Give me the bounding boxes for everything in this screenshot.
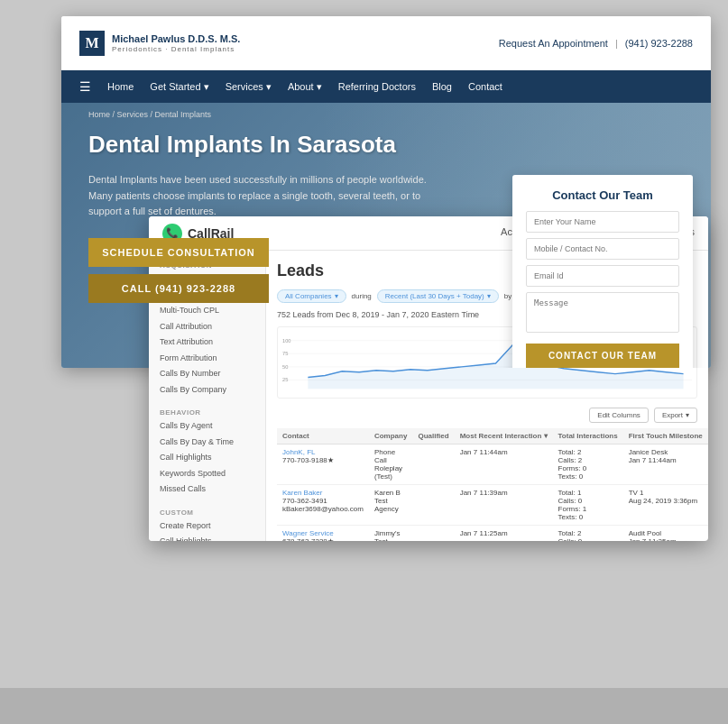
hero-title: Dental Implants In Sarasota [88,131,684,159]
logo-letter: M [79,31,105,56]
sidebar-item-create-report[interactable]: Create Report [149,518,265,535]
dental-contact-info: Request An Appointment | (941) 923-2288 [499,38,693,49]
sidebar-item-calls-by-number[interactable]: Calls By Number [149,366,265,382]
sidebar-custom-title: CUSTOM [149,505,265,518]
table-row[interactable]: JohnK, FL 770-703-9188★ Phone CallRolepl… [277,444,708,485]
svg-text:100: 100 [282,338,290,344]
phone-number[interactable]: (941) 923-2288 [625,38,693,49]
contact-form: Contact Our Team CONTACT OUR TEAM [512,175,693,368]
td-company-2: Karen B TestAgency [369,485,412,526]
td-company-1: Phone CallRoleplay (Test) [369,444,412,485]
sidebar-item-call-highlights[interactable]: Call Highlights [149,450,265,466]
sidebar-item-missed-calls[interactable]: Missed Calls [149,481,265,498]
sidebar-behavior-title: BEHAVIOR [149,405,265,418]
call-button[interactable]: CALL (941) 923-2288 [88,274,269,303]
contact-name-2[interactable]: Karen Baker [282,489,322,497]
contact-phone-1: 770-703-9188★ [282,456,334,464]
hero-description: Dental Implants have been used successfu… [88,172,431,220]
name-input[interactable] [526,211,679,233]
td-qualified-3 [412,526,454,542]
nav-get-started[interactable]: Get Started ▾ [150,81,208,93]
page-wrapper: M Michael Pawlus D.D.S. M.S. Periodontic… [0,0,728,724]
nav-referring-doctors[interactable]: Referring Doctors [338,81,416,92]
contact-phone-2: 770-362-3491 [282,497,327,505]
sidebar-item-text-attribution[interactable]: Text Attribution [149,335,265,351]
table-actions: Edit Columns Export ▾ [277,408,697,423]
td-contact-2: Karen Baker 770-362-3491 kBaker3698@yaho… [277,485,369,526]
sidebar-custom-section: CUSTOM Create Report Call Highlights Cal… [149,505,265,542]
td-first-touch-3: Audit PoolJan 7 11:25am [623,526,708,542]
table-row[interactable]: Karen Baker 770-362-3491 kBaker3698@yaho… [277,485,708,526]
dental-nav: ☰ Home Get Started ▾ Services ▾ About ▾ … [61,70,711,103]
contact-name-3[interactable]: Wagner Service [282,529,334,537]
mobile-input[interactable] [526,238,679,260]
contact-form-title: Contact Our Team [526,188,679,202]
th-company: Company [369,428,412,444]
breadcrumb: Home / Services / Dental Implants [61,103,711,126]
email-input[interactable] [526,265,679,287]
appointment-cta[interactable]: Request An Appointment [499,38,608,49]
contact-name-1[interactable]: JohnK, FL [282,448,315,456]
td-first-touch-2: TV 1Aug 24, 2019 3:36pm [623,485,708,526]
td-company-3: Jimmy's TestCompany [369,526,412,542]
svg-text:75: 75 [282,351,288,356]
nav-contact[interactable]: Contact [468,81,502,92]
sidebar-item-keywords[interactable]: Keywords Spotted [149,466,265,482]
td-total-3: Total: 2Calls: 0Forms: 0Texts: 2 [553,526,623,542]
sidebar-item-form-attribution[interactable]: Form Attribution [149,351,265,367]
edit-columns-button[interactable]: Edit Columns [589,408,649,423]
sidebar-item-call-attribution[interactable]: Call Attribution [149,319,265,335]
th-recent-interaction: Most Recent Interaction ▾ [455,428,553,444]
message-textarea[interactable] [526,292,679,333]
schedule-button[interactable]: SCHEDULE CONSULTATION [88,238,269,267]
th-first-touch: First Touch Milestone [623,428,708,444]
svg-text:50: 50 [282,364,288,370]
nav-home[interactable]: Home [107,81,134,92]
th-contact: Contact [277,428,369,444]
td-recent-2: Jan 7 11:39am [455,485,553,526]
logo-name: Michael Pawlus D.D.S. M.S. [112,32,240,45]
td-qualified-2 [412,485,454,526]
hamburger-icon[interactable]: ☰ [79,79,91,94]
sidebar-item-calls-by-company[interactable]: Calls By Company [149,382,265,399]
bottom-bar [0,688,728,724]
export-button[interactable]: Export ▾ [654,408,697,423]
sidebar-item-calls-by-agent[interactable]: Calls By Agent [149,418,265,435]
td-contact-3: Wagner Service 678-763-7238★ [277,526,369,542]
nav-about[interactable]: About ▾ [288,81,322,93]
contact-submit-button[interactable]: CONTACT OUR TEAM [526,344,679,368]
logo-subtitle: Periodontics · Dental Implants [112,45,240,53]
th-total-interactions: Total Interactions [553,428,623,444]
contact-phone-3: 678-763-7238★ [282,537,334,541]
leads-table: Contact Company Qualified Most Recent In… [277,428,708,541]
td-recent-3: Jan 7 11:25am [455,526,553,542]
td-total-2: Total: 1Calls: 0Forms: 1Texts: 0 [553,485,623,526]
dental-logo: M Michael Pawlus D.D.S. M.S. Periodontic… [79,31,240,56]
nav-blog[interactable]: Blog [432,81,452,92]
td-recent-1: Jan 7 11:44am [455,444,553,485]
sidebar-behavior-section: BEHAVIOR Calls By Agent Calls By Day & T… [149,405,265,498]
th-qualified: Qualified [412,428,454,444]
td-first-touch-1: Janice DeskJan 7 11:44am [623,444,708,485]
svg-text:25: 25 [282,377,288,382]
dental-site: M Michael Pawlus D.D.S. M.S. Periodontic… [61,16,711,368]
dental-header: M Michael Pawlus D.D.S. M.S. Periodontic… [61,16,711,70]
sidebar-item-call-highlights-2[interactable]: Call Highlights [149,534,265,541]
contact-email-2: kBaker3698@yahoo.com [282,505,364,513]
sidebar-item-calls-by-day[interactable]: Calls By Day & Time [149,435,265,451]
nav-services[interactable]: Services ▾ [226,81,272,93]
table-header-row: Contact Company Qualified Most Recent In… [277,428,708,444]
table-row[interactable]: Wagner Service 678-763-7238★ Jimmy's Tes… [277,526,708,542]
td-total-1: Total: 2Calls: 2Forms: 0Texts: 0 [553,444,623,485]
divider: | [615,38,618,49]
td-qualified-1 [412,444,454,485]
td-contact-1: JohnK, FL 770-703-9188★ [277,444,369,485]
